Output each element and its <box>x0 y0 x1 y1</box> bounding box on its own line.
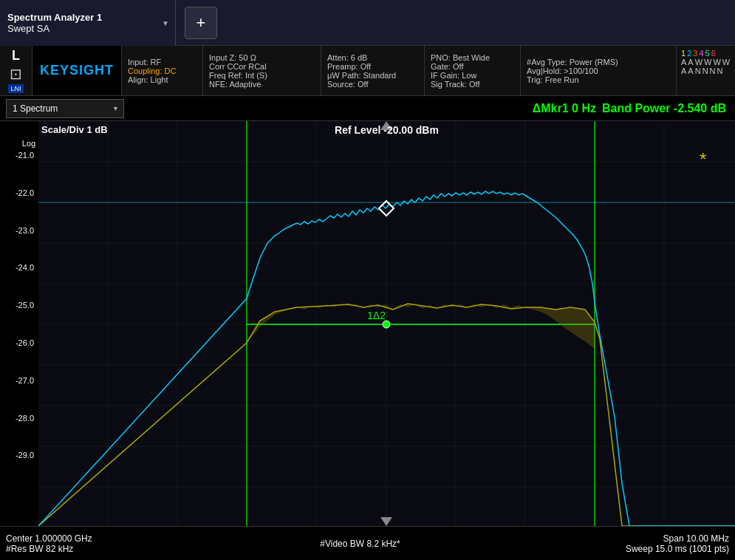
log-label: Log <box>1 136 38 151</box>
trace-1-mode-a: A <box>681 58 686 66</box>
sig-track-label: Sig Track: Off <box>431 80 514 89</box>
bottom-left: Center 1.000000 GHz #Res BW 82 kHz <box>0 527 148 560</box>
impedance-info: Input Z: 50 Ω Corr CCor RCal Freq Ref: I… <box>202 46 321 95</box>
pno-label: PNO: Best Wide <box>431 53 514 62</box>
sweep-label: Sweep 15.0 ms (1001 pts) <box>626 544 729 554</box>
trace-indicators: 1 2 3 4 5 6 A A W W W W A A N N N N <box>676 46 735 95</box>
y-label-23: -23.0 <box>1 226 38 264</box>
spectrum-bar: 1 Spectrum ΔMkr1 0 Hz Band Power -2.540 … <box>0 96 735 121</box>
attenuator-icon: ⊡ <box>10 65 22 83</box>
coupling-label: Coupling: DC <box>128 66 196 75</box>
svg-point-24 <box>383 321 390 328</box>
trace-4-sub-n: N <box>702 66 708 75</box>
y-label-29: -29.0 <box>1 451 38 488</box>
freq-ref-label: Freq Ref: Int (S) <box>209 71 315 80</box>
title-bar: Spectrum Analyzer 1 Swept SA + <box>0 0 735 46</box>
corr-label: Corr CCor RCal <box>209 62 315 71</box>
add-tab-button[interactable]: + <box>185 7 217 39</box>
atten-info: Atten: 6 dB Preamp: Off µW Path: Standar… <box>321 46 424 95</box>
y-label-26: -26.0 <box>1 338 38 376</box>
trace-4-num: 4 <box>699 49 703 58</box>
chart-svg: 1Δ2 * <box>38 121 735 526</box>
pno-info: PNO: Best Wide Gate: Off IF Gain: Low Si… <box>424 46 520 95</box>
bottom-right: Span 10.00 MHz Sweep 15.0 ms (1001 pts) <box>572 527 735 560</box>
trace-5-num: 5 <box>705 49 710 58</box>
bottom-bar: Center 1.000000 GHz #Res BW 82 kHz #Vide… <box>0 526 735 560</box>
preamp-label: Preamp: Off <box>327 62 418 71</box>
input-label: Input: RF <box>128 58 196 66</box>
y-label-bottom <box>1 488 38 526</box>
keysight-logo: KEYSIGHT <box>33 46 121 95</box>
title-text-area[interactable]: Spectrum Analyzer 1 Swept SA <box>0 0 176 46</box>
input-info: Input: RF Coupling: DC Align: Light <box>121 46 202 95</box>
trace-5-mode-w: W <box>713 58 720 66</box>
source-label: Source: Off <box>327 80 418 89</box>
spectrum-select-label: 1 Spectrum <box>13 103 58 114</box>
trace-6-sub-n: N <box>717 66 723 75</box>
trace-2-sub-a: A <box>688 66 693 75</box>
trace-1-sub-a: A <box>681 66 686 75</box>
lni-badge: LNI <box>8 84 23 93</box>
trace-5-sub-n: N <box>710 66 716 75</box>
uw-path-label: µW Path: Standard <box>327 71 418 80</box>
left-indicators: L ⊡ LNI <box>0 46 33 95</box>
chart-main: 1Δ2 * Scale/Div 1 dB Ref Level -20.00 dB… <box>38 121 735 526</box>
trig-label: Trig: Free Run <box>527 75 670 84</box>
y-axis: Log -21.0 -22.0 -23.0 -24.0 -25.0 -26.0 … <box>0 121 38 526</box>
ref-level-label: Ref Level -20.00 dBm <box>335 124 439 136</box>
band-power-display: Band Power -2.540 dB <box>602 102 729 115</box>
trace-2-mode-a: A <box>688 58 693 66</box>
y-label-21: -21.0 <box>1 151 38 188</box>
trace-6-num: 6 <box>711 49 716 58</box>
y-label-28: -28.0 <box>1 414 38 451</box>
trace-6-mode-w: W <box>722 58 730 66</box>
y-label-27: -27.0 <box>1 376 38 414</box>
trace-3-num: 3 <box>693 49 697 58</box>
if-gain-label: IF Gain: Low <box>431 71 514 80</box>
video-bw-label: #Video BW 8.2 kHz* <box>320 539 400 549</box>
avg-info: #Avg Type: Power (RMS) Avg|Hold: >100/10… <box>520 46 676 95</box>
title-line1: Spectrum Analyzer 1 <box>7 12 168 23</box>
info-bar: L ⊡ LNI KEYSIGHT Input: RF Coupling: DC … <box>0 46 735 96</box>
res-bw-label: #Res BW 82 kHz <box>6 544 142 554</box>
nfe-label: NFE: Adaptive <box>209 80 315 89</box>
trace-1-num: 1 <box>681 49 686 58</box>
impedance-label: Input Z: 50 Ω <box>209 53 315 62</box>
y-label-22: -22.0 <box>1 188 38 226</box>
avg-hold-label: Avg|Hold: >100/100 <box>527 66 670 75</box>
center-freq-label: Center 1.000000 GHz <box>6 533 142 544</box>
title-line2: Swept SA <box>7 23 168 34</box>
y-label-24: -24.0 <box>1 263 38 301</box>
gate-label: Gate: Off <box>431 62 514 71</box>
spectrum-select[interactable]: 1 Spectrum <box>6 99 124 118</box>
l-indicator: L <box>12 48 20 64</box>
trace-3-sub-n: N <box>695 66 701 75</box>
trace-3-mode-w: W <box>695 58 702 66</box>
span-label: Span 10.00 MHz <box>663 533 729 544</box>
svg-text:1Δ2: 1Δ2 <box>367 310 386 321</box>
chart-container: Log -21.0 -22.0 -23.0 -24.0 -25.0 -26.0 … <box>0 121 735 526</box>
y-label-25: -25.0 <box>1 301 38 338</box>
atten-label: Atten: 6 dB <box>327 53 418 62</box>
bottom-center: #Video BW 8.2 kHz* <box>148 527 572 560</box>
scale-div-label: Scale/Div 1 dB <box>41 124 108 135</box>
svg-text:*: * <box>700 149 706 169</box>
trace-4-mode-w: W <box>704 58 711 66</box>
avg-type-label: #Avg Type: Power (RMS) <box>527 58 670 66</box>
align-label: Align: Light <box>128 75 196 84</box>
delta-marker-display: ΔMkr1 0 Hz <box>533 102 602 115</box>
trace-2-num: 2 <box>687 49 691 58</box>
